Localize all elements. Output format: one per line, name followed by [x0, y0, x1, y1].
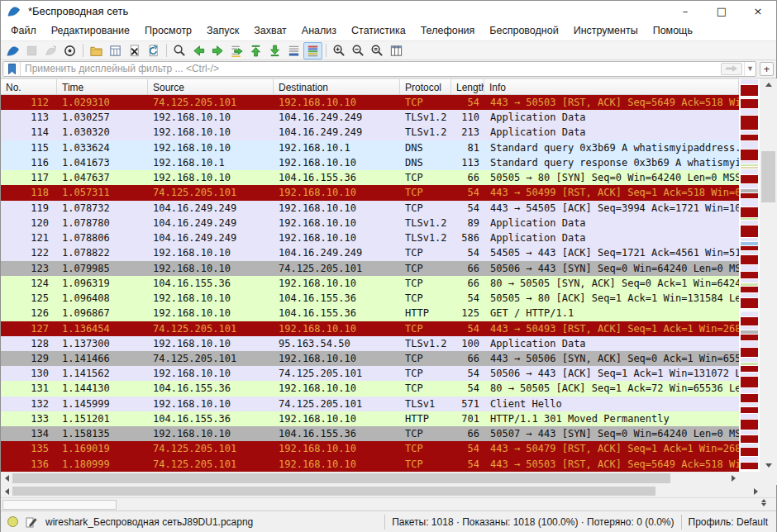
packet-row[interactable]: 1141.030320192.168.10.10104.16.249.249TL… [1, 125, 739, 140]
packet-row[interactable]: 1321.145999192.168.10.1074.125.205.101TL… [1, 397, 739, 411]
zoom-in-button[interactable] [330, 42, 349, 59]
reload-file-button[interactable] [144, 42, 163, 59]
minimap-stripe [741, 366, 758, 372]
go-forward-button[interactable] [208, 42, 227, 59]
menu-8[interactable]: Беспроводной [482, 21, 565, 40]
menu-7[interactable]: Телефония [413, 21, 483, 40]
add-filter-button[interactable]: + [760, 62, 774, 76]
go-to-packet-button[interactable] [227, 42, 246, 59]
column-header-destination[interactable]: Destination [274, 79, 400, 94]
expert-info-icon[interactable] [7, 516, 18, 527]
lower-hscrollbar-thumb[interactable] [12, 487, 655, 496]
capture-options-button[interactable] [60, 42, 79, 59]
column-header-protocol[interactable]: Protocol [400, 79, 451, 94]
packet-row[interactable]: 1331.151201104.16.155.36192.168.10.10HTT… [1, 411, 739, 426]
column-header-time[interactable]: Time [57, 79, 148, 94]
save-file-button[interactable] [106, 42, 125, 59]
packet-minimap-scrollbar[interactable] [739, 78, 760, 472]
restart-capture-button [41, 42, 60, 59]
menu-5[interactable]: Анализ [294, 21, 344, 40]
menu-1[interactable]: Редактирование [44, 21, 137, 40]
packet-list-hscrollbar[interactable] [1, 472, 739, 485]
minimap-stripe [741, 283, 758, 285]
find-packet-icon [173, 44, 187, 58]
minimap-stripe [741, 463, 758, 470]
packet-row[interactable]: 1361.18099974.125.205.101192.168.10.10TC… [1, 457, 739, 472]
scroll-right-icon[interactable] [750, 485, 761, 497]
packet-row[interactable]: 1131.030257192.168.10.10104.16.249.249TL… [1, 110, 739, 125]
maximize-button[interactable]: □ [703, 1, 740, 21]
packet-row[interactable]: 1161.041673192.168.10.1192.168.10.10DNS1… [1, 155, 739, 170]
go-back-button[interactable] [189, 42, 208, 59]
packet-row[interactable]: 1181.05731174.125.205.101192.168.10.10TC… [1, 185, 739, 200]
cell-info: 443 → 50479 [RST, ACK] Seq=1 Ack=1 Win=2… [484, 441, 739, 456]
column-header-length[interactable]: Length [451, 79, 484, 94]
packet-row[interactable]: 1241.096319104.16.155.36192.168.10.10TCP… [1, 276, 739, 291]
scroll-right-icon[interactable] [727, 472, 739, 485]
auto-scroll-button[interactable] [284, 42, 303, 59]
packet-row[interactable]: 1201.078780104.16.249.249192.168.10.10TL… [1, 216, 739, 230]
menu-0[interactable]: Файл [3, 21, 44, 40]
hscrollbar-thumb[interactable] [12, 473, 670, 483]
packet-row[interactable]: 1211.078806104.16.249.249192.168.10.10TL… [1, 230, 739, 245]
splitter-grip[interactable] [2, 500, 117, 510]
resize-columns-button[interactable] [387, 42, 406, 59]
find-packet-button[interactable] [170, 42, 189, 59]
cell-destination: 104.16.249.249 [274, 245, 400, 260]
packet-row[interactable]: 1291.14146674.125.205.101192.168.10.10TC… [1, 351, 739, 366]
apply-filter-button[interactable] [721, 63, 742, 75]
packet-row[interactable]: 1121.02931074.125.205.101192.168.10.10TC… [1, 95, 739, 110]
column-header-no[interactable]: No. [1, 79, 57, 94]
packet-row[interactable]: 1341.158135192.168.10.10104.16.155.36TCP… [1, 426, 739, 441]
minimize-button[interactable]: – [667, 1, 703, 21]
cell-info: 50505 → 80 [SYN] Seq=0 Win=64240 Len=0 M… [484, 170, 739, 185]
colorize-button[interactable] [303, 42, 322, 59]
capture-comment-icon[interactable] [26, 516, 37, 528]
menu-3[interactable]: Запуск [199, 21, 246, 40]
menu-4[interactable]: Захват [246, 21, 294, 40]
scroll-left-icon[interactable] [1, 485, 12, 497]
filter-bookmark-icon[interactable] [3, 62, 21, 76]
zoom-out-button[interactable] [349, 42, 368, 59]
vertical-scrollbar[interactable] [760, 78, 777, 472]
splitter-arrows-icon[interactable] [761, 499, 766, 506]
menu-9[interactable]: Инструменты [566, 21, 646, 40]
packet-row[interactable]: 1191.078732104.16.249.249192.168.10.10TC… [1, 201, 739, 216]
menu-6[interactable]: Статистика [344, 21, 413, 40]
cell-length: 81 [451, 140, 484, 155]
packet-row[interactable]: 1221.078822192.168.10.10104.16.249.249TC… [1, 245, 739, 260]
go-last-button[interactable] [265, 42, 284, 59]
cell-length: 54 [451, 201, 484, 216]
packet-row[interactable]: 1171.047637192.168.10.10104.16.155.36TCP… [1, 170, 739, 185]
close-file-button[interactable] [125, 42, 144, 59]
menu-2[interactable]: Просмотр [137, 21, 199, 40]
close-button[interactable]: × [740, 1, 776, 21]
profile-label[interactable]: Профиль: Default [682, 516, 777, 528]
packet-row[interactable]: 1281.137300192.168.10.1095.163.54.50TLSv… [1, 336, 739, 351]
filter-dropdown-caret-icon[interactable]: ▼ [744, 62, 756, 76]
lower-hscrollbar[interactable] [1, 485, 761, 497]
menu-10[interactable]: Помощь [646, 21, 700, 40]
packet-row[interactable]: 1251.096408192.168.10.10104.16.155.36TCP… [1, 291, 739, 306]
packet-row[interactable]: 1311.144130104.16.155.36192.168.10.10TCP… [1, 381, 739, 396]
packet-row[interactable]: 1151.033624192.168.10.10192.168.10.1DNS8… [1, 140, 739, 155]
packet-row[interactable]: 1271.13645474.125.205.101192.168.10.10TC… [1, 321, 739, 336]
vertical-scrollbar-thumb[interactable] [761, 151, 775, 202]
column-header-info[interactable]: Info [484, 79, 739, 94]
display-filter-input[interactable]: Применить дисплейный фильтр ... <Ctrl-/>… [2, 61, 756, 77]
start-capture-button[interactable] [3, 42, 22, 59]
packet-row[interactable]: 1231.079985192.168.10.1074.125.205.101TC… [1, 261, 739, 276]
scroll-left-icon[interactable] [1, 472, 12, 485]
pane-splitter[interactable] [1, 497, 776, 511]
packet-row[interactable]: 1351.16901974.125.205.101192.168.10.10TC… [1, 441, 739, 456]
zoom-original-button[interactable] [368, 42, 387, 59]
zoom-original-icon [370, 44, 384, 58]
column-header-source[interactable]: Source [148, 79, 274, 94]
open-file-button[interactable] [87, 42, 106, 59]
scroll-down-icon[interactable] [760, 459, 777, 472]
scroll-up-icon[interactable] [760, 78, 777, 91]
minimap-stripe [741, 218, 758, 220]
go-first-button[interactable] [246, 42, 265, 59]
packet-row[interactable]: 1261.096867192.168.10.10104.16.155.36HTT… [1, 306, 739, 321]
packet-row[interactable]: 1301.141562192.168.10.1074.125.205.101TC… [1, 366, 739, 381]
